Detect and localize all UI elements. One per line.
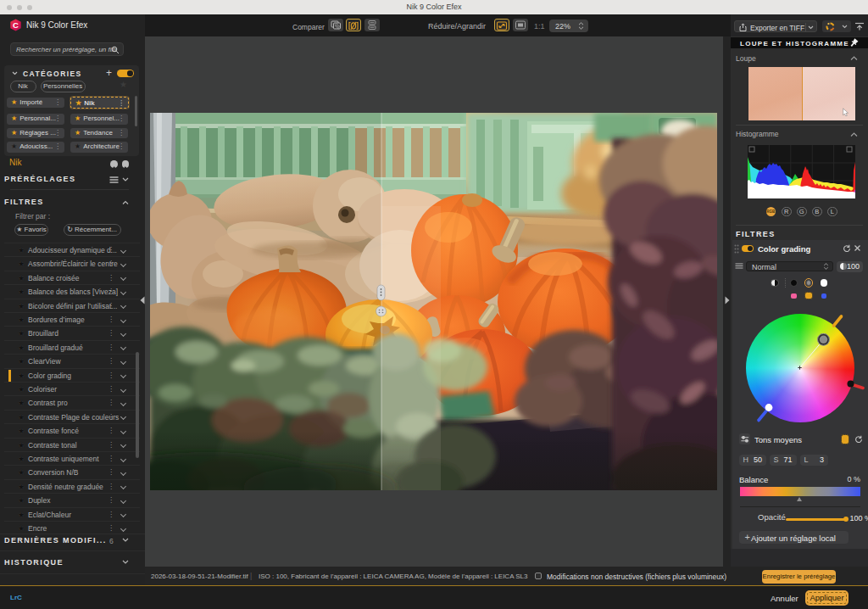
svg-text:C: C — [13, 20, 19, 30]
